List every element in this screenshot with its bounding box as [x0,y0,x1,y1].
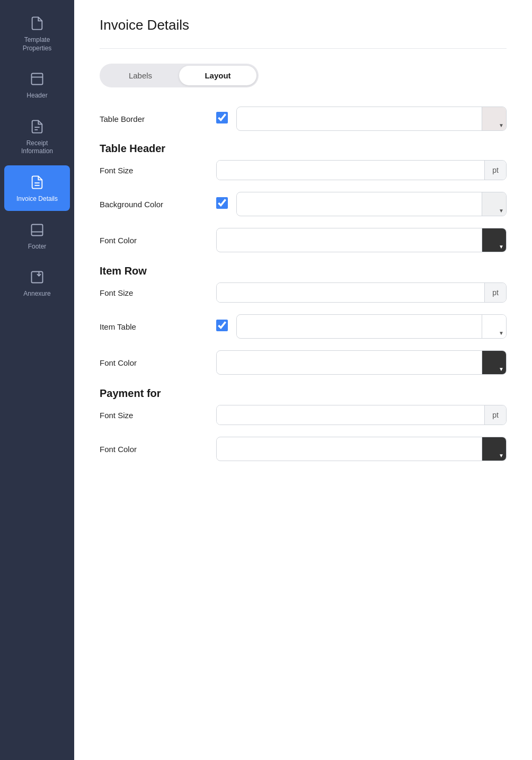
table-border-checkbox-wrapper [216,112,230,126]
item-row-font-color-swatch[interactable]: ▼ [482,351,506,374]
annexure-icon [30,270,45,287]
payment-for-font-size-unit: pt [484,405,506,425]
payment-for-font-color-input[interactable]: #333333 [217,439,482,458]
payment-for-font-color-row: Font Color #333333 ▼ [100,437,507,461]
item-table-checkbox-wrapper [216,320,230,333]
page-title: Invoice Details [100,17,507,33]
sidebar-item-annexure[interactable]: Annexure [4,260,70,306]
invoice-details-icon [30,175,45,192]
item-row-font-color-row: Font Color #333333 ▼ [100,350,507,375]
chevron-down-icon: ▼ [499,208,504,214]
table-header-bg-checkbox[interactable] [216,197,228,209]
table-header-section-title: Table Header [100,143,507,155]
table-header-bg-color-row: Background Color #eff0f1 ▼ [100,192,507,216]
sidebar-item-label-receipt-information: Receipt Information [10,139,65,156]
item-row-item-table-row: Item Table #ffffff ▼ [100,314,507,339]
table-header-font-color-input[interactable]: #333333 [217,231,482,250]
table-header-bg-color-input[interactable]: #eff0f1 [237,195,482,214]
payment-for-font-size-input[interactable]: 15 [217,405,484,425]
table-header-font-color-group: #333333 ▼ [216,228,507,252]
chevron-down-icon: ▼ [499,244,504,250]
sidebar-item-invoice-details[interactable]: Invoice Details [4,165,70,211]
receipt-information-icon [30,119,45,136]
item-row-font-size-group: 11 pt [216,282,507,303]
svg-rect-6 [32,224,43,235]
payment-for-section-title: Payment for [100,387,507,400]
item-row-font-size-label: Font Size [100,288,216,297]
table-header-font-color-row: Font Color #333333 ▼ [100,228,507,252]
sidebar-item-header[interactable]: Header [4,62,70,108]
table-header-font-size-unit: pt [484,161,506,180]
item-table-label: Item Table [100,322,216,331]
header-divider [100,48,507,49]
item-table-checkbox[interactable] [216,320,228,331]
sidebar-item-label-annexure: Annexure [23,290,50,298]
chevron-down-icon: ▼ [499,122,504,128]
item-row-font-size-unit: pt [484,283,506,302]
payment-for-font-size-row: Font Size 15 pt [100,405,507,425]
item-row-section-title: Item Row [100,265,507,277]
table-border-color-input[interactable]: #ece7e7 [237,109,482,128]
table-header-bg-color-control: #eff0f1 ▼ [216,192,507,216]
header-icon [30,72,45,89]
item-table-color-group: #ffffff ▼ [236,314,507,339]
chevron-down-icon: ▼ [499,330,504,336]
item-row-font-color-group: #333333 ▼ [216,350,507,375]
sidebar-item-label-invoice-details: Invoice Details [16,195,58,204]
table-border-color-swatch[interactable]: ▼ [482,107,506,130]
payment-for-font-size-control: 15 pt [216,405,507,425]
sidebar-item-footer[interactable]: Footer [4,213,70,259]
chevron-down-icon: ▼ [499,366,504,372]
item-row-font-color-control: #333333 ▼ [216,350,507,375]
tab-bar: Labels Layout [100,64,259,87]
table-header-font-color-control: #333333 ▼ [216,228,507,252]
payment-for-font-color-swatch[interactable]: ▼ [482,437,506,461]
sidebar: Template Properties Header Receipt Infor… [0,0,74,760]
table-header-font-color-label: Font Color [100,236,216,245]
sidebar-item-label-template-properties: Template Properties [10,36,65,52]
payment-for-font-size-group: 15 pt [216,405,507,425]
main-content: Invoice Details Labels Layout Table Bord… [74,0,532,760]
table-border-checkbox[interactable] [216,112,228,123]
item-row-font-color-label: Font Color [100,358,216,367]
table-header-bg-color-label: Background Color [100,200,216,209]
table-border-label: Table Border [100,114,216,123]
item-row-font-size-control: 11 pt [216,282,507,303]
sidebar-item-label-header: Header [26,92,47,100]
item-row-font-size-input[interactable]: 11 [217,283,484,302]
svg-rect-0 [32,74,43,85]
payment-for-font-size-label: Font Size [100,411,216,420]
table-header-bg-color-swatch[interactable]: ▼ [482,192,506,216]
table-header-font-size-control: 11 pt [216,160,507,180]
sidebar-item-receipt-information[interactable]: Receipt Information [4,110,70,163]
item-row-font-color-input[interactable]: #333333 [217,353,482,372]
table-header-font-size-group: 11 pt [216,160,507,180]
item-row-font-size-row: Font Size 11 pt [100,282,507,303]
template-properties-icon [30,16,45,33]
table-header-font-size-input[interactable]: 11 [217,161,484,180]
sidebar-item-template-properties[interactable]: Template Properties [4,6,70,60]
item-table-color-swatch[interactable]: ▼ [482,315,506,338]
payment-for-font-color-label: Font Color [100,445,216,454]
table-border-color-group: #ece7e7 ▼ [236,107,507,131]
table-border-row: Table Border #ece7e7 ▼ [100,107,507,131]
table-header-font-size-row: Font Size 11 pt [100,160,507,180]
sidebar-item-label-footer: Footer [28,243,47,251]
chevron-down-icon: ▼ [499,453,504,458]
tab-layout[interactable]: Layout [179,66,256,85]
table-border-control: #ece7e7 ▼ [216,107,507,131]
item-table-control: #ffffff ▼ [216,314,507,339]
table-header-bg-color-group: #eff0f1 ▼ [236,192,507,216]
tab-labels[interactable]: Labels [102,66,179,85]
table-header-font-color-swatch[interactable]: ▼ [482,228,506,252]
item-table-color-input[interactable]: #ffffff [237,317,482,336]
table-header-bg-checkbox-wrapper [216,197,230,211]
payment-for-font-color-group: #333333 ▼ [216,437,507,461]
footer-icon [30,223,45,240]
payment-for-font-color-control: #333333 ▼ [216,437,507,461]
table-header-font-size-label: Font Size [100,166,216,175]
